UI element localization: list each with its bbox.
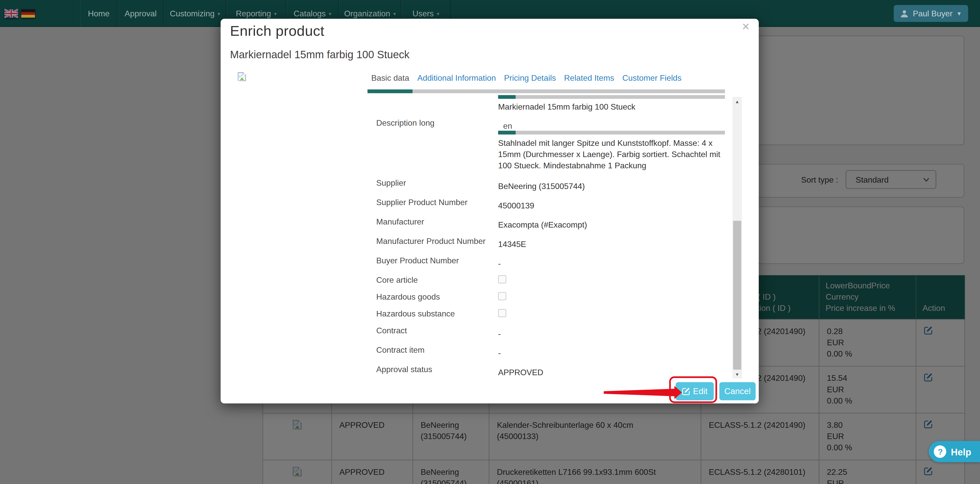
nav-item-label: Reporting — [236, 9, 271, 18]
translation-progress-bar — [498, 131, 725, 134]
field-value-area — [498, 275, 725, 285]
field-value-area: - — [498, 326, 725, 339]
nav-item-customizing[interactable]: Customizing▾ — [164, 0, 226, 27]
form-row: Approval statusAPPROVED — [368, 365, 725, 377]
tab-customer-fields[interactable]: Customer Fields — [622, 73, 682, 83]
nav-item-label: Users — [412, 9, 434, 18]
tab-additional-information[interactable]: Additional Information — [417, 73, 496, 83]
field-value: Stahlnadel mit langer Spitze und Kunstst… — [498, 138, 725, 171]
nav-item-label: Home — [88, 9, 110, 18]
field-label: Description long — [368, 118, 498, 171]
chevron-down-icon: ▾ — [274, 11, 277, 17]
help-button[interactable]: ? Help — [929, 441, 980, 462]
field-label: Contract item — [368, 345, 498, 358]
form-row: Hazardous substance — [368, 309, 725, 319]
field-label: Contract — [368, 326, 498, 339]
field-value-area: - — [498, 345, 725, 358]
chevron-down-icon: ▾ — [218, 11, 220, 17]
field-label: Core article — [368, 275, 498, 285]
translation-progress-fill — [498, 131, 515, 134]
field-value: - — [498, 259, 725, 268]
checkbox[interactable] — [498, 292, 506, 300]
nav-item-label: Customizing — [170, 9, 215, 18]
scrollbar[interactable]: ▲ ▼ — [732, 97, 742, 379]
tab-related-items[interactable]: Related Items — [564, 73, 614, 83]
form-row: Contract- — [368, 326, 725, 339]
chevron-down-icon: ▾ — [329, 11, 331, 17]
chevron-down-icon: ▼ — [956, 11, 962, 17]
nav-item-approval[interactable]: Approval — [118, 0, 164, 27]
user-menu-button[interactable]: Paul Buyer ▼ — [894, 5, 968, 22]
form-row: ManufacturerExacompta (#Exacompt) — [368, 217, 725, 230]
chevron-down-icon: ▾ — [393, 11, 396, 17]
field-value-area: 14345E — [498, 236, 725, 249]
user-icon — [900, 9, 909, 18]
nav-item-label: Approval — [124, 9, 157, 18]
field-value: Markiernadel 15mm farbig 100 Stueck — [498, 102, 725, 111]
edit-button-label: Edit — [693, 387, 708, 396]
field-label: Buyer Product Number — [368, 256, 498, 268]
form-row: Core article — [368, 275, 725, 285]
field-label: Approval status — [368, 365, 498, 377]
modal-form: Markiernadel 15mm farbig 100 StueckDescr… — [368, 95, 725, 380]
tab-basic-data[interactable]: Basic data — [371, 73, 409, 83]
field-value: 45000139 — [498, 201, 725, 210]
form-row: SupplierBeNeering (315005744) — [368, 178, 725, 191]
translation-progress-bar — [498, 95, 725, 99]
field-label: Supplier — [368, 178, 498, 191]
field-value-area: enStahlnadel mit langer Spitze und Kunst… — [498, 118, 725, 171]
user-name: Paul Buyer — [913, 9, 953, 18]
field-value: APPROVED — [498, 368, 725, 377]
nav-item-home[interactable]: Home — [80, 0, 118, 27]
field-value-area: BeNeering (315005744) — [498, 178, 725, 191]
checkbox[interactable] — [498, 309, 506, 317]
app-viewport: Sort type : Standard Classification ( ID… — [0, 0, 980, 484]
field-label: Manufacturer Product Number — [368, 236, 498, 249]
field-value-area: 45000139 — [498, 198, 725, 210]
field-value: BeNeering (315005744) — [498, 181, 725, 191]
question-mark-icon: ? — [934, 446, 947, 458]
flag-uk-icon[interactable] — [4, 9, 18, 18]
field-value: - — [498, 329, 725, 339]
flag-de-icon[interactable] — [21, 9, 35, 18]
scroll-down-icon[interactable]: ▼ — [732, 370, 742, 378]
field-value-area: Exacompta (#Exacompt) — [498, 217, 725, 230]
edit-button[interactable]: Edit — [676, 382, 714, 400]
form-row: Buyer Product Number- — [368, 256, 725, 268]
form-row: Manufacturer Product Number14345E — [368, 236, 725, 249]
cancel-button[interactable]: Cancel — [719, 382, 756, 400]
tab-pricing-details[interactable]: Pricing Details — [504, 73, 556, 83]
form-row: Description longenStahlnadel mit langer … — [368, 118, 725, 171]
field-value-area: Markiernadel 15mm farbig 100 Stueck — [498, 95, 725, 111]
form-row: Contract item- — [368, 345, 725, 358]
scroll-up-icon[interactable]: ▲ — [732, 97, 742, 106]
enrich-product-modal: ✕ Enrich product Markiernadel 15mm farbi… — [221, 19, 759, 403]
language-tag: en — [503, 121, 725, 131]
field-value-area: - — [498, 256, 725, 268]
field-value-area — [498, 292, 725, 302]
cancel-button-label: Cancel — [724, 387, 751, 396]
field-label: Supplier Product Number — [368, 198, 498, 210]
field-label: Hazardous substance — [368, 309, 498, 319]
modal-title: Enrich product — [230, 22, 325, 39]
form-row: Markiernadel 15mm farbig 100 Stueck — [368, 95, 725, 111]
field-value: - — [498, 348, 725, 358]
nav-item-label: Organization — [344, 9, 390, 18]
edit-pencil-icon — [682, 387, 690, 395]
form-row: Hazardous goods — [368, 292, 725, 302]
close-icon[interactable]: ✕ — [739, 19, 752, 34]
translation-progress-fill — [498, 95, 515, 99]
nav-item-label: Catalogs — [294, 9, 326, 18]
tab-progress-bar — [368, 89, 725, 93]
scrollbar-thumb[interactable] — [733, 220, 741, 370]
help-label: Help — [951, 446, 971, 457]
form-row: Supplier Product Number45000139 — [368, 198, 725, 210]
field-label: Hazardous goods — [368, 292, 498, 302]
product-image-broken-icon — [238, 72, 246, 84]
checkbox[interactable] — [498, 275, 506, 283]
field-label: Manufacturer — [368, 217, 498, 230]
field-label — [368, 95, 498, 111]
field-value-area: APPROVED — [498, 365, 725, 377]
field-value: Exacompta (#Exacompt) — [498, 220, 725, 230]
field-value-area — [498, 309, 725, 319]
